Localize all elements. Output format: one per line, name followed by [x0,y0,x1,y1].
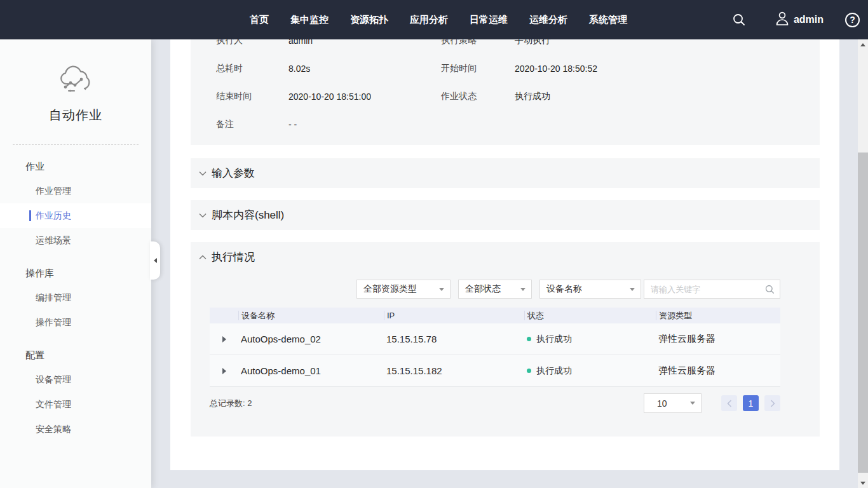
resource-type-select-value: 全部资源类型 [363,283,417,295]
next-page-button[interactable] [764,395,780,411]
search-icon[interactable] [765,285,775,297]
nav-item-home[interactable]: 首页 [250,14,269,26]
status-select[interactable]: 全部状态 [458,280,532,299]
sidebar-item-device-mgmt[interactable]: 设备管理 [0,367,151,392]
detail-row: 执行人 admin 执行策略 手动执行 [191,39,820,55]
column-header-ip: IP [384,311,524,320]
ip-cell: 15.15.15.182 [384,365,524,376]
section-label-job: 作业 [0,154,151,179]
arrow-down-icon [860,482,865,485]
keyword-search-box [644,280,780,299]
section-title: 执行情况 [212,250,255,264]
nav-item-topology[interactable]: 资源拓扑 [350,14,388,26]
nav-item-daily-ops[interactable]: 日常运维 [470,14,508,26]
table-header-row: 设备名称 IP 状态 资源类型 [210,308,780,323]
pager: 1 [721,395,780,411]
keyword-search-input[interactable] [644,280,759,298]
nav-item-system-mgmt[interactable]: 系统管理 [589,14,627,26]
sidebar-collapse-handle[interactable] [150,241,160,280]
main-content: 执行人 admin 执行策略 手动执行 总耗时 8.02s 开始时间 2020-… [170,39,839,470]
search-field-select[interactable]: 设备名称 [539,280,641,299]
field-label: 开始时间 [441,63,515,74]
prev-page-button[interactable] [721,395,737,411]
column-header-resource-type: 资源类型 [656,311,780,320]
nav-item-app-analysis[interactable]: 应用分析 [410,14,448,26]
field-value: 手动执行 [515,39,550,46]
detail-row: 备注 - - [191,111,820,139]
field-value: 8.02s [288,64,441,74]
user-icon [775,11,789,29]
field-label: 备注 [216,119,288,130]
arrow-up-icon [860,43,865,46]
resource-type-select[interactable]: 全部资源类型 [356,280,451,299]
table-row: AutoOps-demo_01 15.15.15.182 执行成功 弹性云服务器 [210,355,780,387]
sidebar-item-operation-mgmt[interactable]: 操作管理 [0,310,151,335]
user-name: admin [794,14,824,25]
field-value: admin [288,39,441,46]
field-label: 总耗时 [216,63,288,74]
job-detail-card: 执行人 admin 执行策略 手动执行 总耗时 8.02s 开始时间 2020-… [191,39,820,145]
collapse-left-icon [154,258,157,263]
nav-item-ops-analysis[interactable]: 运维分析 [529,14,567,26]
table-row: AutoOps-demo_02 15.15.15.78 执行成功 弹性云服务器 [210,323,780,355]
page-1-button[interactable]: 1 [743,395,759,411]
sidebar-item-orchestration-mgmt[interactable]: 编排管理 [0,285,151,310]
sidebar-item-job-management[interactable]: 作业管理 [0,179,151,203]
expand-row-icon[interactable] [222,368,226,374]
total-records-label: 总记录数: 2 [210,398,252,409]
column-header-status: 状态 [524,311,656,320]
nav-item-monitoring[interactable]: 集中监控 [290,14,329,26]
sidebar-divider [13,144,139,145]
column-header-device-name: 设备名称 [238,311,384,320]
section-script-content[interactable]: 脚本内容(shell) [191,200,820,230]
resource-type-cell: 弹性云服务器 [656,365,780,377]
top-navbar: 首页 集中监控 资源拓扑 应用分析 日常运维 运维分析 系统管理 admin ? [0,0,868,39]
field-value: 2020-10-20 18:50:52 [515,64,597,74]
scroll-down-button[interactable] [858,478,868,488]
scrollbar-thumb[interactable] [858,152,868,473]
section-title: 脚本内容(shell) [212,208,284,222]
field-value: 执行成功 [515,91,550,102]
field-label: 执行人 [216,39,288,46]
nav-menu: 首页 集中监控 资源拓扑 应用分析 日常运维 运维分析 系统管理 [250,0,627,39]
section-label-config: 配置 [0,342,151,367]
menu-section-config: 配置 设备管理 文件管理 安全策略 [0,342,151,442]
status-text: 执行成功 [536,334,572,345]
search-icon[interactable] [732,13,746,27]
vertical-scrollbar[interactable] [858,39,868,488]
sidebar-item-security-policy[interactable]: 安全策略 [0,417,151,442]
chevron-down-icon [690,402,695,405]
section-title: 输入参数 [212,166,255,180]
sidebar-item-file-mgmt[interactable]: 文件管理 [0,392,151,417]
app-title: 自动作业 [0,107,151,124]
user-menu[interactable]: admin [775,11,824,29]
auto-job-cloud-icon [57,85,94,96]
help-icon[interactable]: ? [845,13,860,27]
section-input-params[interactable]: 输入参数 [191,158,820,188]
expand-row-icon[interactable] [222,336,226,342]
detail-row: 结束时间 2020-10-20 18:51:00 作业状态 执行成功 [191,83,820,111]
resource-type-cell: 弹性云服务器 [656,333,780,345]
chevron-down-icon [199,213,207,218]
detail-row: 总耗时 8.02s 开始时间 2020-10-20 18:50:52 [191,55,820,83]
chevron-down-icon [520,288,526,291]
section-execution-header[interactable]: 执行情况 [191,242,820,272]
status-select-value: 全部状态 [465,283,501,295]
section-execution: 执行情况 全部资源类型 全部状态 设备名称 [191,242,820,437]
status-cell: 执行成功 [524,334,656,345]
sidebar: 自动作业 作业 作业管理 作业历史 运维场景 操作库 编排管理 操作管理 配置 … [0,39,151,488]
page-size-select[interactable]: 10 [644,393,702,413]
status-success-dot [527,337,531,341]
status-text: 执行成功 [536,365,572,377]
field-value: - - [288,119,441,130]
chevron-up-icon [199,255,207,260]
menu-section-operation-lib: 操作库 编排管理 操作管理 [0,261,151,335]
sidebar-item-job-history[interactable]: 作业历史 [0,203,151,228]
chevron-down-icon [630,288,635,291]
app-logo-block: 自动作业 [0,39,151,124]
sidebar-item-ops-scenario[interactable]: 运维场景 [0,228,151,253]
field-label: 作业状态 [441,91,515,102]
scroll-up-button[interactable] [858,39,868,50]
search-field-select-value: 设备名称 [546,283,582,295]
ip-cell: 15.15.15.78 [384,334,524,344]
